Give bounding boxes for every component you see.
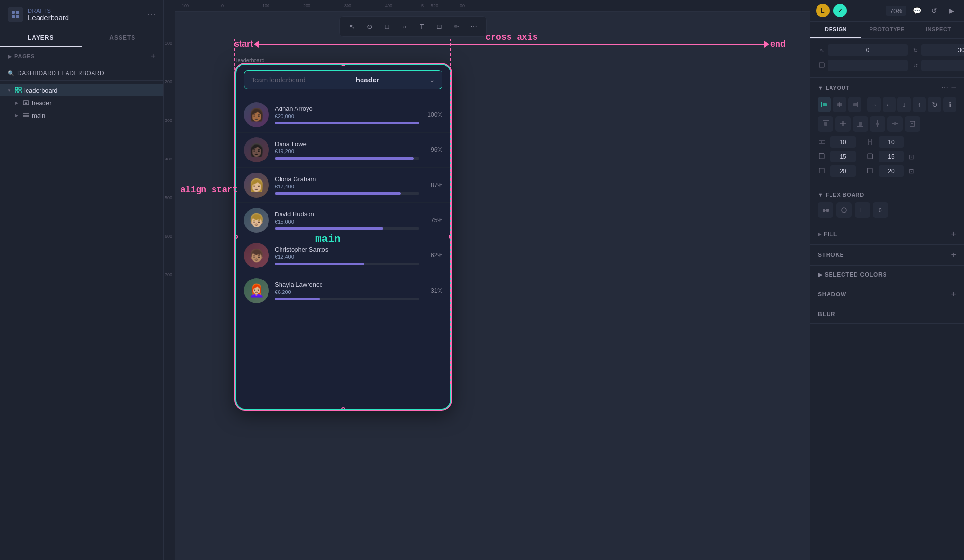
- lb-info-3: David Hudson €15,000: [275, 211, 419, 230]
- pad-top-input[interactable]: [830, 151, 856, 162]
- align-center-h-button[interactable]: [833, 97, 846, 112]
- flex-h-button[interactable]: [818, 202, 833, 218]
- layout-more-icon[interactable]: ⋯: [941, 84, 948, 92]
- layer-icon-main: [22, 111, 30, 119]
- tab-assets[interactable]: ASSETS: [82, 29, 164, 47]
- lb-header-inner: Team leaderboard header ⌄: [244, 70, 442, 89]
- layout-section-header: ▼ LAYOUT ⋯ −: [818, 83, 956, 92]
- lb-row: 👩🏿 Dana Lowe €19,200 96%: [236, 133, 450, 168]
- pad-bot-input[interactable]: [830, 165, 856, 177]
- w-input[interactable]: [828, 60, 908, 71]
- pink-guide-left: [234, 39, 235, 386]
- toolbar-rect-tool[interactable]: □: [380, 20, 394, 33]
- fill-add-button[interactable]: +: [951, 230, 956, 239]
- stretch-button[interactable]: [905, 116, 920, 132]
- flex-rounded-button[interactable]: [836, 202, 852, 218]
- stroke-row: STROKE +: [818, 251, 956, 259]
- shadow-add-button[interactable]: +: [951, 290, 956, 299]
- pad-right-input[interactable]: [879, 151, 904, 162]
- y-icon: ↻: [911, 47, 919, 53]
- distribute-v-button[interactable]: ↓: [897, 97, 910, 112]
- flex-board-header: ▼ FLEX BOARD: [818, 192, 956, 198]
- lb-percent-1: 96%: [425, 147, 442, 153]
- svg-point-52: [842, 208, 846, 213]
- align-top-button[interactable]: [818, 116, 833, 132]
- align-bottom-button[interactable]: [853, 116, 868, 132]
- right-panel: L ✓ 70% 💬 ↺ ▶ DESIGN PROTOTYPE INSPECT ↖…: [810, 0, 964, 560]
- toolbar-frame-tool[interactable]: ⊙: [363, 20, 376, 33]
- layout-remove-button[interactable]: −: [951, 83, 956, 92]
- layer-icon-leaderboard: [14, 86, 22, 94]
- lb-header-title: header: [356, 76, 379, 84]
- toolbar-text-tool[interactable]: T: [415, 20, 428, 33]
- row-gap-input[interactable]: [830, 136, 856, 148]
- selected-colors-expand-icon[interactable]: ▶: [818, 271, 823, 278]
- selection-handle-bl: [235, 407, 238, 410]
- align-middle-button[interactable]: [835, 116, 851, 132]
- lb-main[interactable]: 👩🏾 Adnan Arroyo €20,000 100%: [236, 95, 450, 409]
- layer-label-leaderboard: leaderboard: [24, 87, 156, 94]
- layer-item-header[interactable]: ▶ header: [0, 96, 163, 109]
- selection-handle-bm: [341, 407, 345, 410]
- pad-left-input[interactable]: [879, 165, 904, 177]
- end-label: end: [770, 39, 786, 49]
- toolbar-more-tool[interactable]: ⋯: [467, 20, 481, 33]
- distribute-v-left-button[interactable]: ←: [883, 97, 896, 112]
- x-field: ↖: [818, 44, 908, 56]
- kebab-menu-button[interactable]: ⋯: [147, 9, 156, 20]
- lb-bar-track-5: [275, 298, 419, 300]
- add-page-button[interactable]: +: [150, 52, 156, 61]
- toolbar-select-tool[interactable]: ↖: [346, 20, 359, 33]
- position-row: ↖ ↻ ↻: [818, 44, 956, 56]
- lb-bar-fill-2: [275, 192, 401, 195]
- flex-text-button[interactable]: I: [855, 202, 870, 218]
- stroke-title: STROKE: [818, 252, 844, 258]
- lb-name-0: Adnan Arroyo: [275, 105, 419, 112]
- ruler-left: 100 200 300 400 500 600 700: [164, 0, 175, 560]
- toolbar-pen-tool[interactable]: ✏: [450, 20, 463, 33]
- x-icon: ↖: [818, 47, 826, 53]
- svg-rect-29: [876, 123, 879, 125]
- history-icon-btn[interactable]: ↺: [927, 4, 941, 17]
- expand-icon-main[interactable]: ▶: [13, 112, 20, 119]
- fill-expand-icon[interactable]: ▶: [818, 232, 822, 237]
- rotate-button[interactable]: ↻: [928, 97, 941, 112]
- info-button[interactable]: ℹ: [943, 97, 956, 112]
- pad-right-resize-icon[interactable]: ⊡: [909, 153, 914, 160]
- page-item[interactable]: 🔍 DASHBOARD LEADERBOARD: [0, 66, 163, 81]
- stroke-add-button[interactable]: +: [951, 251, 956, 259]
- expand-icon-leaderboard[interactable]: ▼: [6, 87, 13, 93]
- tab-design[interactable]: DESIGN: [810, 22, 861, 38]
- flex-board-collapse-icon[interactable]: ▼: [818, 192, 824, 198]
- x-input[interactable]: [828, 44, 908, 56]
- col-gap-input[interactable]: [879, 136, 904, 148]
- align-row-button[interactable]: [887, 116, 903, 132]
- align-left-button[interactable]: [818, 97, 831, 112]
- layer-item-leaderboard[interactable]: ▼ leaderboard: [0, 84, 163, 96]
- flex-board-title: ▼ FLEX BOARD: [818, 192, 864, 198]
- flex-zero-button[interactable]: 0: [873, 202, 888, 218]
- toolbar-image-tool[interactable]: ⊡: [432, 20, 446, 33]
- layout-collapse-icon[interactable]: ▼: [818, 85, 824, 91]
- play-icon-btn[interactable]: ▶: [945, 4, 958, 17]
- tab-inspect[interactable]: INSPECT: [913, 22, 964, 38]
- layer-item-main[interactable]: ▶ main: [0, 109, 163, 121]
- lb-avatar-4: 👦🏽: [244, 243, 269, 268]
- pad-left-resize-icon[interactable]: ⊡: [909, 167, 914, 175]
- padding-row-2: ⊡: [818, 165, 956, 177]
- distribute-h-button[interactable]: →: [867, 97, 880, 112]
- y-input[interactable]: [921, 44, 964, 56]
- toolbar-ellipse-tool[interactable]: ○: [398, 20, 411, 33]
- zoom-display[interactable]: 70%: [886, 6, 906, 16]
- comment-icon-btn[interactable]: 💬: [910, 4, 924, 17]
- lb-info-0: Adnan Arroyo €20,000: [275, 105, 419, 124]
- tab-prototype[interactable]: PROTOTYPE: [861, 22, 912, 38]
- distribute-v-up-button[interactable]: ↑: [913, 97, 926, 112]
- layers-tree: ▼ leaderboard ▶ header ▶ main: [0, 81, 163, 560]
- h-input[interactable]: [921, 60, 964, 71]
- tab-layers[interactable]: LAYERS: [0, 29, 82, 47]
- align-right-button[interactable]: [848, 97, 861, 112]
- expand-icon-header[interactable]: ▶: [13, 99, 20, 106]
- align-col-button[interactable]: [870, 116, 885, 132]
- layout-section: ▼ LAYOUT ⋯ −: [810, 78, 964, 186]
